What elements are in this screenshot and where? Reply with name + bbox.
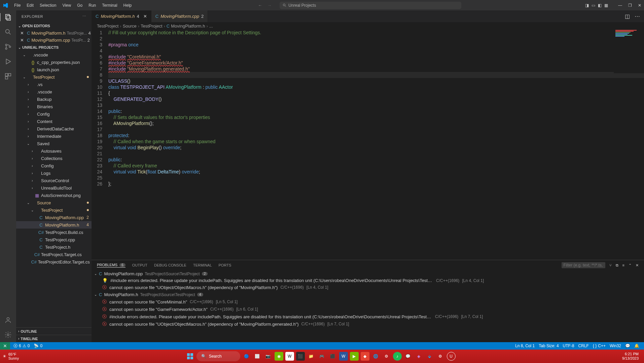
app-visualstudio-icon[interactable]: ◈ <box>415 352 423 361</box>
settings-gear-icon[interactable] <box>4 331 12 339</box>
outline-section[interactable]: ›OUTLINE <box>16 327 92 335</box>
menu-edit[interactable]: Edit <box>24 2 36 9</box>
problem-file-header[interactable]: ⌄C MovingPlatform.h TestProject\Source\T… <box>92 291 644 298</box>
maximize-panel-icon[interactable]: ⌃ <box>629 263 632 268</box>
tree-item[interactable]: ⌄Source <box>16 199 92 206</box>
extensions-icon[interactable] <box>4 72 12 80</box>
menu-go[interactable]: Go <box>74 2 85 9</box>
tree-item[interactable]: C#TestProject.Target.cs <box>16 251 92 258</box>
tree-item[interactable]: {}c_cpp_properties.json <box>16 58 92 66</box>
run-debug-icon[interactable] <box>4 57 12 66</box>
collapse-all-icon[interactable]: ⧉ <box>616 263 618 268</box>
tree-item[interactable]: ⌄TestProject <box>16 73 92 81</box>
split-editor-icon[interactable]: ◫ <box>625 13 630 19</box>
language-mode[interactable]: { } C++ <box>591 344 608 348</box>
menu-selection[interactable]: Selection <box>37 2 59 9</box>
menu-view[interactable]: View <box>60 2 74 9</box>
app-todoist-icon[interactable]: ◆ <box>361 352 369 361</box>
toggle-panel-bottom-icon[interactable]: ▭ <box>592 3 595 8</box>
app-gear-icon[interactable]: ⚙ <box>436 352 445 361</box>
tree-item[interactable]: CTestProject.h <box>16 243 92 251</box>
tree-item[interactable]: ›Logs <box>16 169 92 177</box>
tree-item[interactable]: ›.vscode <box>16 88 92 95</box>
app-chrome-icon[interactable]: 🌐 <box>371 352 380 361</box>
eol[interactable]: CRLF <box>576 344 591 348</box>
close-window-icon[interactable]: ✕ <box>638 3 641 8</box>
problem-item[interactable]: ⓧcannot open source file "GameFramework/… <box>92 306 644 313</box>
maximize-icon[interactable]: ❐ <box>628 3 632 8</box>
feedback-icon[interactable]: 💬 <box>623 344 632 348</box>
tree-item[interactable]: ›.vs <box>16 81 92 88</box>
editor-tab[interactable]: CMovingPlatform.h4✕ <box>92 10 151 22</box>
view-as-tree-icon[interactable]: ≡ <box>622 263 624 267</box>
timeline-section[interactable]: ›TIMELINE <box>16 335 92 342</box>
menu-run[interactable]: Run <box>86 2 99 9</box>
problem-item[interactable]: 💡#include errors detected. Please update… <box>92 277 644 284</box>
problem-item[interactable]: ⓧcannot open source file "CoreMinimal.h"… <box>92 298 644 306</box>
tree-item[interactable]: ›Autosaves <box>16 147 92 155</box>
nav-back-icon[interactable]: ← <box>258 3 262 8</box>
tree-item[interactable]: ›UnrealBuildTool <box>16 184 92 192</box>
minimap[interactable] <box>614 30 644 73</box>
accounts-icon[interactable] <box>4 316 12 324</box>
toggle-panel-left-icon[interactable]: ◨ <box>585 3 589 8</box>
tree-item[interactable]: {}launch.json <box>16 66 92 73</box>
nav-forward-icon[interactable]: → <box>267 3 272 8</box>
tree-item[interactable]: ›Content <box>16 118 92 125</box>
remote-indicator[interactable] <box>0 342 10 350</box>
menu-terminal[interactable]: Terminal <box>99 2 120 9</box>
project-section[interactable]: ⌄UNREAL PROJECTS <box>16 44 92 51</box>
problem-item[interactable]: ⓧcannot open source file "UObject/Object… <box>92 284 644 291</box>
source-control-icon[interactable] <box>4 43 12 51</box>
tree-item[interactable]: ⌄Saved <box>16 140 92 147</box>
app-geforce-icon[interactable]: ▶ <box>350 352 359 361</box>
command-center-search[interactable]: Unreal Projects <box>280 2 461 9</box>
tab-size[interactable]: Tab Size: 4 <box>537 344 561 348</box>
tree-item[interactable]: ›DerivedDataCache <box>16 125 92 132</box>
app-minecraft-icon[interactable]: ⬛ <box>328 352 337 361</box>
notifications-icon[interactable]: 🔔 <box>632 344 641 348</box>
app-explorer-icon[interactable]: 📁 <box>307 352 316 361</box>
app-epic-icon[interactable]: ⬛ <box>296 352 305 361</box>
more-editor-actions-icon[interactable]: ⋯ <box>635 13 640 19</box>
tree-item[interactable]: CMovingPlatform.cpp2 <box>16 214 92 221</box>
ports-count[interactable]: 📡 0 <box>32 344 44 348</box>
close-icon[interactable]: ✕ <box>20 31 24 36</box>
tree-item[interactable]: C#TestProjectEditor.Target.cs <box>16 258 92 266</box>
app-vscode-icon[interactable]: ⬙ <box>425 352 434 361</box>
tree-item[interactable]: ›SourceControl <box>16 177 92 184</box>
app-settings-icon[interactable]: ⚙ <box>382 352 391 361</box>
tree-item[interactable]: ›Backup <box>16 95 92 103</box>
app-copilot-icon[interactable]: 🔵 <box>242 352 251 361</box>
problems-filter-input[interactable] <box>562 262 605 268</box>
tree-item[interactable]: ⌄TestProject <box>16 206 92 214</box>
encoding[interactable]: UTF-8 <box>561 344 576 348</box>
app-steam-icon[interactable]: 🎮 <box>318 352 326 361</box>
code-editor[interactable]: 1234567891011121314151617181920212223242… <box>92 30 644 260</box>
more-actions-icon[interactable]: ⋯ <box>82 14 86 18</box>
tree-item[interactable]: ›Collections <box>16 155 92 162</box>
app-camera-icon[interactable]: 📷 <box>264 352 273 361</box>
menu-file[interactable]: File <box>11 2 23 9</box>
app-unreal-icon[interactable]: U <box>447 352 456 361</box>
panel-tab-terminal[interactable]: TERMINAL <box>193 263 212 267</box>
open-editors-section[interactable]: ⌄OPEN EDITORS <box>16 22 92 30</box>
problem-item[interactable]: ⓧ#include errors detected. Please update… <box>92 313 644 320</box>
close-panel-icon[interactable]: ✕ <box>636 263 639 268</box>
editor-tab[interactable]: CMovingPlatform.cpp2 <box>151 10 208 22</box>
close-icon[interactable]: ✕ <box>143 14 147 19</box>
tree-item[interactable]: CMovingPlatform.h4 <box>16 221 92 229</box>
weather-widget[interactable]: ☀ 65°F Sunny <box>3 352 19 360</box>
tree-item[interactable]: C#TestProject.Build.cs <box>16 229 92 236</box>
tree-item[interactable]: ›Binaries <box>16 103 92 110</box>
filter-icon[interactable]: ⑂ <box>609 263 612 267</box>
errors-count[interactable]: ⓧ 6 ⚠ 0 <box>11 343 32 349</box>
customize-layout-icon[interactable]: ▦ <box>604 3 608 8</box>
open-editor-item[interactable]: ✕C MovingPlatform.cpp TestPr...2 <box>16 37 92 44</box>
start-button[interactable] <box>186 352 194 361</box>
tree-item[interactable]: CTestProject.cpp <box>16 236 92 243</box>
problem-item[interactable]: ⓧcannot open source file "UObject/Object… <box>92 320 644 328</box>
toggle-panel-right-icon[interactable]: ◧ <box>598 3 602 8</box>
breadcrumb[interactable]: TestProject›Source›TestProject›C MovingP… <box>92 22 644 30</box>
taskbar-search[interactable]: 🔍 Search <box>196 351 240 361</box>
